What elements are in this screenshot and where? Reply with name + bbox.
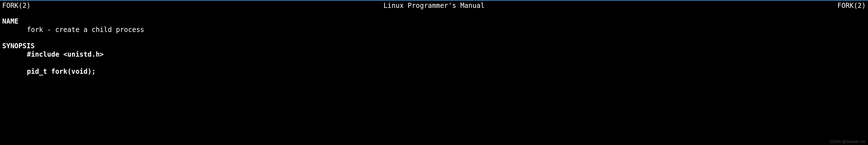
synopsis-include: #include <unistd.h> <box>0 50 868 59</box>
section-heading-name: NAME <box>0 18 868 25</box>
header-left: FORK(2) <box>2 2 31 9</box>
watermark: CSDN @Demon--hx <box>830 139 865 144</box>
synopsis-prototype: pid_t fork(void); <box>0 67 868 76</box>
header-right: FORK(2) <box>837 2 866 9</box>
section-heading-synopsis: SYNOPSIS <box>0 42 868 50</box>
manpage-header: FORK(2) Linux Programmer's Manual FORK(2… <box>0 1 868 9</box>
blank-line <box>0 59 868 67</box>
header-center: Linux Programmer's Manual <box>383 2 485 9</box>
name-body: fork - create a child process <box>0 25 868 34</box>
